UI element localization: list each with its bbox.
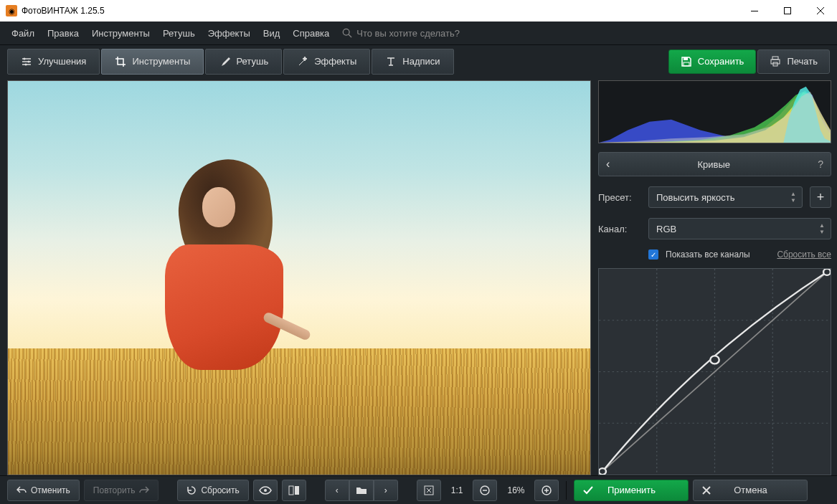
svg-point-18 xyxy=(599,468,606,475)
preset-select[interactable]: Повысить яркость ▲▼ xyxy=(648,186,803,208)
redo-button: Повторить xyxy=(84,480,159,501)
svg-point-19 xyxy=(710,356,719,363)
redo-icon xyxy=(139,486,149,495)
menu-retouch[interactable]: Ретушь xyxy=(157,25,201,42)
cancel-button[interactable]: Отмена xyxy=(693,480,808,501)
crop-icon xyxy=(115,56,126,67)
panel-header: ‹ Кривые ? xyxy=(598,152,831,176)
preset-label: Пресет: xyxy=(598,192,641,203)
save-label: Сохранить xyxy=(698,56,744,67)
tab-tools[interactable]: Инструменты xyxy=(101,49,204,75)
photo-preview xyxy=(8,81,590,475)
show-all-label: Показать все каналы xyxy=(666,249,750,260)
app-logo-icon: ◉ xyxy=(6,5,17,16)
undo-label: Отменить xyxy=(31,485,70,495)
tab-tools-label: Инструменты xyxy=(132,56,190,67)
svg-rect-1 xyxy=(785,8,791,14)
menu-effects[interactable]: Эффекты xyxy=(202,25,256,42)
main-area: ‹ Кривые ? Пресет: Повысить яркость ▲▼ +… xyxy=(0,77,837,475)
svg-rect-9 xyxy=(771,60,780,64)
x-icon xyxy=(702,486,711,495)
prev-button[interactable]: ‹ xyxy=(325,480,349,501)
apply-button[interactable]: Применить xyxy=(574,480,689,501)
menu-file[interactable]: Файл xyxy=(6,25,40,42)
apply-label: Применить xyxy=(607,485,656,495)
updown-icon: ▲▼ xyxy=(819,222,825,235)
fit-button[interactable] xyxy=(417,480,441,501)
nav-group: ‹ › xyxy=(325,480,398,501)
histogram[interactable] xyxy=(598,80,831,143)
image-canvas[interactable] xyxy=(7,80,591,475)
tab-improve[interactable]: Улучшения xyxy=(7,49,100,75)
save-button[interactable]: Сохранить xyxy=(668,49,757,74)
search-icon xyxy=(342,28,352,38)
svg-point-21 xyxy=(264,489,267,492)
show-all-checkbox[interactable]: ✓ xyxy=(648,249,658,260)
tab-effects[interactable]: Эффекты xyxy=(283,49,370,75)
check-icon xyxy=(583,486,593,495)
search-placeholder: Что вы хотите сделать? xyxy=(356,28,460,39)
updown-icon: ▲▼ xyxy=(790,191,796,204)
side-panel: ‹ Кривые ? Пресет: Повысить яркость ▲▼ +… xyxy=(591,77,837,475)
svg-rect-23 xyxy=(295,486,299,495)
channel-value: RGB xyxy=(656,224,676,234)
maximize-button[interactable] xyxy=(771,0,804,22)
curves-editor[interactable] xyxy=(598,268,831,475)
menu-edit[interactable]: Правка xyxy=(42,25,85,42)
channel-select[interactable]: RGB ▲▼ xyxy=(648,218,831,239)
tab-improve-label: Улучшения xyxy=(38,56,86,67)
preset-row: Пресет: Повысить яркость ▲▼ + xyxy=(598,186,831,208)
reset-icon xyxy=(186,485,197,495)
menu-search[interactable]: Что вы хотите сделать? xyxy=(342,28,460,39)
svg-rect-6 xyxy=(684,57,688,60)
menu-help[interactable]: Справка xyxy=(287,25,335,42)
preset-value: Повысить яркость xyxy=(656,192,734,203)
window-controls xyxy=(738,0,837,22)
help-button[interactable]: ? xyxy=(818,158,823,170)
svg-point-20 xyxy=(823,269,831,275)
compare-button[interactable] xyxy=(282,480,306,501)
tab-retouch[interactable]: Ретушь xyxy=(205,49,282,75)
browse-button[interactable] xyxy=(349,480,374,501)
reset-all-link[interactable]: Сбросить все xyxy=(777,249,831,260)
menu-view[interactable]: Вид xyxy=(257,25,286,42)
chevron-left-icon: ‹ xyxy=(336,485,339,495)
fit-icon xyxy=(424,485,434,495)
zoom-in-button[interactable] xyxy=(534,480,559,501)
svg-point-4 xyxy=(28,60,30,62)
panel-title: Кривые xyxy=(610,159,818,170)
preview-toggle-button[interactable] xyxy=(253,480,278,501)
reset-label: Сбросить xyxy=(201,485,239,495)
svg-point-3 xyxy=(24,57,26,60)
text-icon xyxy=(385,56,397,67)
zoom-ratio[interactable]: 1:1 xyxy=(445,485,469,495)
svg-point-2 xyxy=(344,29,350,35)
channel-row: Канал: RGB ▲▼ xyxy=(598,218,831,239)
minimize-button[interactable] xyxy=(738,0,771,22)
show-all-row: ✓ Показать все каналы Сбросить все xyxy=(598,249,831,260)
eye-icon xyxy=(259,486,272,495)
titlebar: ◉ ФотоВИНТАЖ 1.25.5 xyxy=(0,0,837,22)
next-button[interactable]: › xyxy=(374,480,398,501)
menu-tools[interactable]: Инструменты xyxy=(86,25,156,42)
canvas-area xyxy=(0,77,591,475)
zoom-out-button[interactable] xyxy=(473,480,497,501)
print-icon xyxy=(770,56,781,67)
plus-icon xyxy=(542,485,552,495)
reset-button[interactable]: Сбросить xyxy=(177,480,248,501)
svg-rect-22 xyxy=(289,486,293,495)
cancel-label: Отмена xyxy=(734,485,767,495)
bottom-bar: Отменить Повторить Сбросить ‹ › 1:1 16% … xyxy=(0,475,837,504)
channel-label: Канал: xyxy=(598,224,641,234)
undo-button[interactable]: Отменить xyxy=(7,480,80,501)
tab-retouch-label: Ретушь xyxy=(236,56,268,67)
close-button[interactable] xyxy=(804,0,837,22)
compare-icon xyxy=(288,485,300,495)
print-button[interactable]: Печать xyxy=(757,49,830,74)
tab-text-label: Надписи xyxy=(402,56,440,67)
tab-text[interactable]: Надписи xyxy=(372,49,453,75)
menubar: Файл Правка Инструменты Ретушь Эффекты В… xyxy=(0,22,837,44)
folder-icon xyxy=(356,486,367,495)
wand-icon xyxy=(297,56,308,67)
add-preset-button[interactable]: + xyxy=(810,186,831,208)
